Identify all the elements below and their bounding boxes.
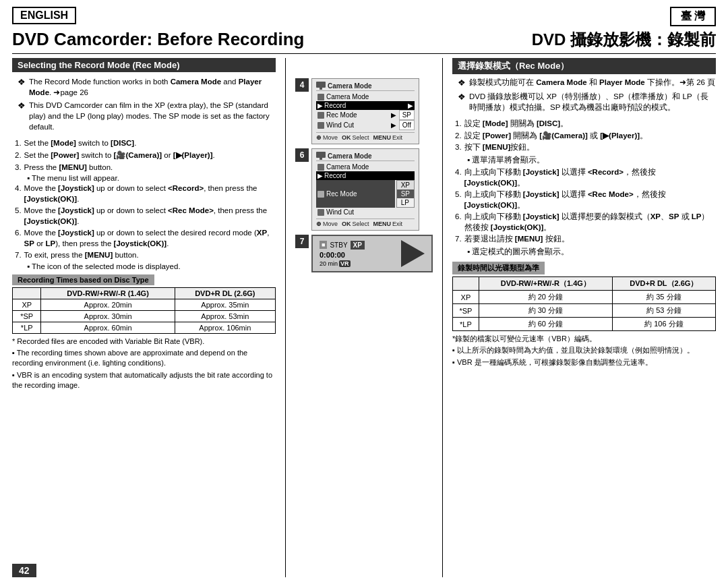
right-bullets: ❖ 錄製模式功能可在 Camera Mode 和 Player Mode 下操作…: [452, 77, 716, 115]
step-5: 5. Move the [Joystick] up or down to sel…: [15, 206, 276, 227]
bullet-1-text: The Record Mode function works in both C…: [29, 76, 276, 98]
bullet-2-text: This DVD Camcorder can film in the XP (e…: [29, 100, 276, 132]
zh-step-3-sub: ▪ 選單清單將會顯示。: [467, 154, 716, 166]
zh-bullet-1: ❖ 錄製模式功能可在 Camera Mode 和 Player Mode 下操作…: [458, 77, 716, 89]
table-row-xp: XP Approx. 20min Approx. 35min: [13, 299, 276, 310]
screen4-row: 4 Camera Mode Camera Mode ▶ R: [295, 78, 433, 144]
rec-times-section: Recording Times based on Disc Type DVD-R…: [12, 274, 276, 337]
ok-label: OK Select: [342, 134, 369, 141]
screen4-recmode-row: Rec Mode ▶ SP: [316, 110, 415, 120]
zh-diamond-2: ❖: [458, 91, 466, 103]
cam-remaining: 20 min: [320, 260, 338, 267]
screen4-windcut-row: Wind Cut ▶ Off: [316, 120, 415, 130]
zh-lp-dvdrdl: 約 106 分鐘: [612, 318, 715, 331]
svg-rect-0: [316, 82, 326, 88]
screen6-row-cameramode: Camera Mode: [316, 163, 415, 171]
screen6-title: Camera Mode: [316, 152, 415, 161]
bullet-2: ❖ This DVD Camcorder can film in the XP …: [18, 100, 276, 132]
step-7-sub: ▪ The icon of the selected mode is displ…: [27, 262, 276, 270]
footnote-1: * Recorded files are encoded with Variab…: [12, 337, 276, 347]
zh-mode-sp: *SP: [453, 304, 479, 318]
zh-step-6: 6. 向上或向下移動 [Joystick] 以選擇想要的錄製模式（XP、SP 或…: [455, 212, 716, 233]
move-label: ⊕ Move: [316, 134, 338, 141]
vr-badge: VR: [339, 260, 351, 267]
page-number: 42: [12, 564, 36, 577]
mode-xp: XP: [13, 299, 41, 310]
step6-box: 6: [295, 148, 309, 162]
left-column: Selecting the Record Mode (Rec Mode) ❖ T…: [12, 58, 276, 577]
svg-rect-2: [316, 152, 326, 158]
step-2: 2. Set the [Power] switch to [🎥(Camera)]…: [15, 150, 276, 161]
main-content: Selecting the Record Mode (Rec Mode) ❖ T…: [12, 58, 716, 577]
lp-dvdrdl: Approx. 106min: [175, 322, 275, 333]
screen4-container: Camera Mode Camera Mode ▶ Record ▶: [311, 78, 419, 144]
title-row: DVD Camcorder: Before Recording DVD 攝錄放影…: [12, 29, 716, 54]
cam-stby-row: ■ STBY XP: [320, 241, 365, 250]
zh-sp-dvdrw: 約 30 分鐘: [479, 304, 612, 318]
zh-bullet-2-text: DVD 攝錄放影機可以 XP（特別播放）、SP（標準播放）和 LP（長時間播放）…: [469, 91, 716, 113]
right-footnotes: *錄製的檔案以可變位元速率（VBR）編碼。 ▪ 以上所示的錄製時間為大約值，並且…: [452, 334, 716, 369]
zh-rec-times-section: 錄製時間以光碟類型為準 DVD-RW/+RW/-R（1.4G） DVD+R DL…: [452, 262, 716, 334]
th-dvdrw: DVD-RW/+RW/-R (1.4G): [41, 287, 175, 299]
cam-left-info: ■ STBY XP 0:00:00 20 min VR: [320, 241, 365, 267]
right-column: 選擇錄製模式（Rec Mode） ❖ 錄製模式功能可在 Camera Mode …: [452, 58, 716, 577]
screen6-row-record: ▶ Record: [316, 171, 415, 180]
zh-footnote-1: *錄製的檔案以可變位元速率（VBR）編碼。: [452, 334, 716, 344]
zh-rec-times-header: 錄製時間以光碟類型為準: [452, 262, 545, 274]
camcorder-display: ■ STBY XP 0:00:00 20 min VR: [311, 235, 433, 272]
screen7-container: ■ STBY XP 0:00:00 20 min VR: [311, 235, 433, 272]
step-3-sub: ▪ The menu list will appear.: [27, 174, 276, 182]
cam-triangle-container: [401, 240, 425, 267]
screen6-row-windcut: Wind Cut: [316, 208, 415, 216]
diamond-icon-2: ❖: [18, 100, 26, 112]
zh-row-lp: *LP 約 60 分鐘 約 106 分鐘: [453, 318, 716, 331]
zh-th-empty: [453, 277, 479, 291]
zh-bullet-2: ❖ DVD 攝錄放影機可以 XP（特別播放）、SP（標準播放）和 LP（長時間播…: [458, 91, 716, 113]
screen7-row: 7 ■ STBY XP 0:00:00: [295, 235, 433, 272]
zh-row-xp: XP 約 20 分鐘 約 35 分鐘: [453, 291, 716, 304]
th-empty: [13, 287, 41, 299]
zh-rec-times-table: DVD-RW/+RW/-R（1.4G） DVD+R DL（2.6G） XP 約 …: [452, 276, 716, 331]
off-submenu-item: Off: [399, 120, 415, 130]
left-bullets: ❖ The Record Mode function works in both…: [12, 76, 276, 134]
zh-th-dvdrw: DVD-RW/+RW/-R（1.4G）: [479, 277, 612, 291]
zh-sp-dvdrdl: 約 53 分鐘: [612, 304, 715, 318]
zh-step-7: 7. 若要退出請按 [MENU] 按鈕。: [455, 234, 716, 245]
step-6: 6. Move the [Joystick] up or down to sel…: [15, 228, 276, 249]
table-header-row: DVD-RW/+RW/-R (1.4G) DVD+R DL (2.6G): [13, 287, 276, 299]
zh-th-dvdrdl: DVD+R DL（2.6G）: [612, 277, 715, 291]
zh-xp-dvdrdl: 約 35 分鐘: [612, 291, 715, 304]
english-label: ENGLISH: [12, 7, 76, 24]
diamond-icon-1: ❖: [18, 76, 26, 88]
rec-indicator: ■: [320, 241, 327, 249]
zh-xp-dvdrw: 約 20 分鐘: [479, 291, 612, 304]
xp-dvdrdl: Approx. 35min: [175, 299, 275, 310]
screen4-row-cameramode: Camera Mode: [316, 92, 415, 101]
zh-step-1: 1. 設定 [Mode] 開關為 [DISC]。: [455, 119, 716, 129]
zh-table-header: DVD-RW/+RW/-R（1.4G） DVD+R DL（2.6G）: [453, 277, 716, 291]
table-row-sp: *SP Approx. 30min Approx. 53min: [13, 310, 276, 322]
right-section-header: 選擇錄製模式（Rec Mode）: [452, 58, 716, 74]
step-4: 4. Move the [Joystick] up or down to sel…: [15, 183, 276, 204]
step-7: 7. To exit, press the [MENU] button.: [15, 250, 276, 261]
windcut-icon: [317, 122, 324, 129]
screen4-title: Camera Mode: [316, 82, 415, 91]
step-3: 3. Press the [MENU] button.: [15, 163, 276, 173]
screen6-container: Camera Mode Camera Mode ▶ Record: [311, 148, 419, 231]
camera-icon: [317, 94, 324, 100]
left-footnotes: * Recorded files are encoded with Variab…: [12, 337, 276, 392]
screen6-recmode-area: Rec Mode XP SP LP: [316, 180, 415, 208]
footnote-2: ▪ The recording times shown above are ap…: [12, 348, 276, 369]
svg-rect-3: [320, 158, 322, 160]
xp-dvdrw: Approx. 20min: [41, 299, 175, 310]
sp-dvdrw: Approx. 30min: [41, 310, 175, 322]
right-steps: 1. 設定 [Mode] 開關為 [DISC]。 2. 設定 [Power] 開…: [452, 119, 716, 259]
windcut-icon2: [317, 209, 324, 216]
zh-footnote-2: ▪ 以上所示的錄製時間為大約值，並且取決於錄製環境（例如照明情況）。: [452, 345, 716, 355]
step-1: 1. Set the [Mode] switch to [DISC].: [15, 138, 276, 149]
cam-top: ■ STBY XP 0:00:00 20 min VR: [320, 240, 425, 267]
zh-step-4: 4. 向上或向下移動 [Joystick] 以選擇 <Record>，然後按 […: [455, 167, 716, 188]
screen4-footer: ⊕ Move OK Select MENU Exit: [316, 132, 415, 141]
zh-step-7-sub: ▪ 選定模式的圖示將會顯示。: [467, 246, 716, 258]
cam-time: 0:00:00: [320, 251, 365, 259]
